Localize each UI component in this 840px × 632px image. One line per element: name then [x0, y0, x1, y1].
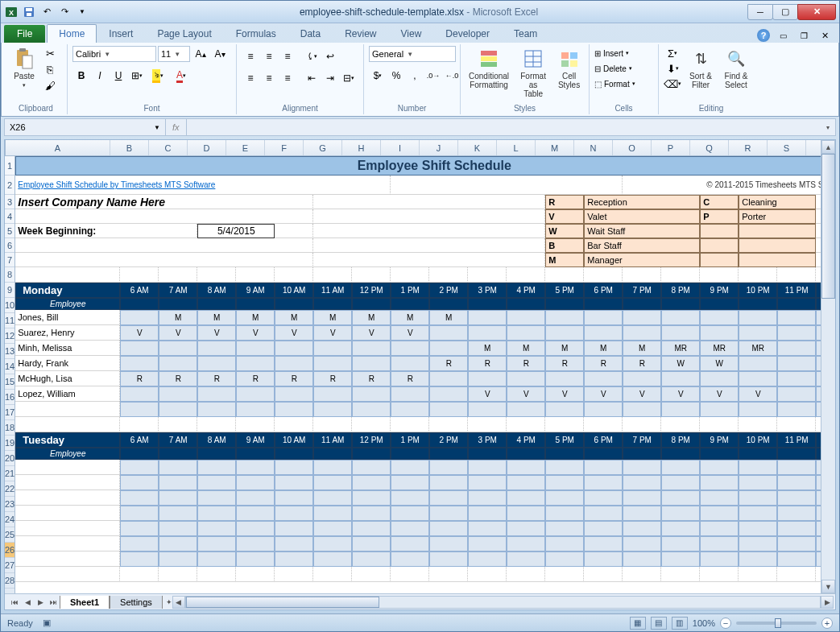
- cell[interactable]: [352, 448, 391, 460]
- shift-cell[interactable]: [120, 310, 159, 325]
- legend-name[interactable]: Reception: [584, 195, 700, 209]
- cell[interactable]: [777, 417, 816, 432]
- cell[interactable]: [391, 567, 429, 582]
- time-header[interactable]: 6 PM: [584, 283, 623, 298]
- legend-name[interactable]: Cleaning: [739, 195, 816, 209]
- row-header-13[interactable]: 13: [5, 344, 14, 359]
- row-header-17[interactable]: 17: [5, 405, 14, 420]
- row-header-8[interactable]: 8: [5, 267, 14, 283]
- merge-center-icon[interactable]: ⊟▾: [340, 70, 358, 86]
- cell[interactable]: [700, 267, 739, 283]
- cell[interactable]: [275, 298, 313, 310]
- shift-cell[interactable]: [739, 310, 777, 325]
- row-header-15[interactable]: 15: [5, 374, 14, 390]
- shift-cell[interactable]: R: [159, 371, 197, 386]
- day-header-tuesday[interactable]: Tuesday: [15, 432, 120, 448]
- shift-cell[interactable]: R: [429, 356, 468, 371]
- legend-empty[interactable]: [700, 224, 739, 238]
- column-header-N[interactable]: N: [574, 140, 613, 155]
- hours-cell[interactable]: 0: [816, 506, 821, 521]
- cell[interactable]: [391, 417, 429, 432]
- cell[interactable]: [120, 267, 159, 283]
- row-header-23[interactable]: 23: [5, 497, 14, 512]
- legend-empty[interactable]: [700, 238, 739, 253]
- cell[interactable]: [777, 567, 816, 582]
- tab-nav-next-icon[interactable]: ▶: [34, 596, 47, 609]
- column-header-T[interactable]: T: [806, 140, 821, 155]
- ribbon-tab-data[interactable]: Data: [288, 24, 333, 43]
- time-header[interactable]: 6 AM: [120, 283, 159, 298]
- hscroll-thumb[interactable]: [186, 597, 379, 608]
- cell[interactable]: [197, 448, 236, 460]
- increase-decimal-icon[interactable]: .0→: [424, 68, 442, 84]
- shift-cell[interactable]: [468, 402, 507, 417]
- shift-cell[interactable]: [197, 402, 236, 417]
- shift-cell[interactable]: V: [468, 386, 507, 402]
- shift-cell[interactable]: [275, 521, 313, 536]
- format-as-table-button[interactable]: Format as Table: [515, 46, 551, 100]
- employee-name[interactable]: Suarez, Henry: [15, 325, 120, 341]
- cell[interactable]: [777, 298, 816, 310]
- shift-cell[interactable]: [468, 506, 507, 521]
- hours-cell[interactable]: 0: [816, 475, 821, 490]
- column-header-S[interactable]: S: [768, 140, 806, 155]
- shift-cell[interactable]: [507, 521, 545, 536]
- shift-cell[interactable]: [352, 402, 391, 417]
- shift-cell[interactable]: [777, 371, 816, 386]
- hours-cell[interactable]: 8: [816, 356, 821, 371]
- shift-cell[interactable]: [236, 460, 275, 475]
- shift-cell[interactable]: [236, 386, 275, 402]
- shift-cell[interactable]: [507, 490, 545, 506]
- find-select-button[interactable]: 🔍Find & Select: [720, 46, 752, 91]
- shift-cell[interactable]: [777, 460, 816, 475]
- shift-cell[interactable]: M: [429, 310, 468, 325]
- cell[interactable]: [623, 417, 661, 432]
- shift-cell[interactable]: [197, 341, 236, 356]
- shift-cell[interactable]: [661, 310, 700, 325]
- shift-cell[interactable]: [159, 551, 197, 567]
- cell[interactable]: [739, 267, 777, 283]
- cell[interactable]: [584, 448, 623, 460]
- shift-cell[interactable]: [623, 325, 661, 341]
- undo-icon[interactable]: ↶: [39, 5, 54, 19]
- shift-cell[interactable]: [468, 371, 507, 386]
- legend-code[interactable]: C: [700, 195, 739, 209]
- cell[interactable]: [120, 567, 159, 582]
- shift-cell[interactable]: [429, 460, 468, 475]
- shift-cell[interactable]: [275, 506, 313, 521]
- orientation-icon[interactable]: ⤹▾: [303, 48, 321, 64]
- shift-cell[interactable]: [197, 536, 236, 551]
- fill-color-button[interactable]: ঌ▾: [147, 68, 169, 84]
- shift-cell[interactable]: [584, 521, 623, 536]
- day-header-monday[interactable]: Monday: [15, 283, 120, 298]
- shift-cell[interactable]: [777, 506, 816, 521]
- column-header-J[interactable]: J: [420, 140, 458, 155]
- shift-cell[interactable]: [313, 386, 352, 402]
- legend-name[interactable]: Manager: [584, 253, 700, 267]
- time-header[interactable]: 6 AM: [120, 432, 159, 448]
- currency-button[interactable]: $▾: [369, 68, 387, 84]
- shift-cell[interactable]: [739, 506, 777, 521]
- zoom-in-icon[interactable]: +: [821, 618, 833, 629]
- cell[interactable]: [584, 567, 623, 582]
- shift-cell[interactable]: [545, 490, 584, 506]
- cell[interactable]: [313, 267, 352, 283]
- cell[interactable]: [429, 417, 468, 432]
- ribbon-tab-home[interactable]: Home: [47, 24, 97, 43]
- time-header[interactable]: 10 AM: [275, 283, 313, 298]
- shift-cell[interactable]: [197, 356, 236, 371]
- shift-cell[interactable]: [120, 402, 159, 417]
- shift-cell[interactable]: [623, 521, 661, 536]
- cell[interactable]: [816, 195, 821, 209]
- hours-cell[interactable]: 0: [816, 490, 821, 506]
- cell[interactable]: [197, 298, 236, 310]
- shift-cell[interactable]: [429, 386, 468, 402]
- shift-cell[interactable]: MR: [700, 341, 739, 356]
- fx-icon[interactable]: fx: [172, 122, 180, 132]
- cell[interactable]: [623, 567, 661, 582]
- shift-cell[interactable]: [429, 371, 468, 386]
- format-painter-icon[interactable]: 🖌: [42, 78, 58, 93]
- hours-cell[interactable]: 0: [816, 536, 821, 551]
- hours-cell[interactable]: 8: [816, 371, 821, 386]
- cell[interactable]: [545, 417, 584, 432]
